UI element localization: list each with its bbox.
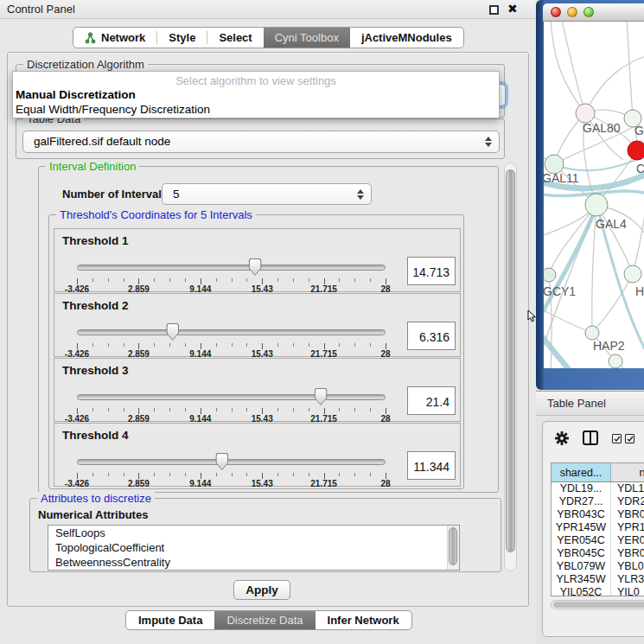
number-of-intervals-combobox[interactable]: 5 bbox=[162, 183, 372, 205]
slider-tick bbox=[262, 473, 263, 479]
list-item-selfloops[interactable]: SelfLoops bbox=[48, 526, 459, 540]
close-icon[interactable]: ✖ bbox=[507, 2, 518, 16]
slider-tick bbox=[216, 278, 217, 282]
threshold-2-slider-handle[interactable] bbox=[166, 323, 179, 341]
slider-track[interactable] bbox=[77, 459, 386, 465]
table-row[interactable]: YBL079WYBL0 bbox=[552, 560, 644, 573]
minimize-window-icon[interactable] bbox=[567, 7, 577, 17]
columns-icon[interactable] bbox=[583, 430, 598, 445]
table-row[interactable]: YDR27...YDR2 bbox=[552, 495, 644, 508]
table-row[interactable]: YBR043CYBR0 bbox=[552, 508, 644, 521]
close-window-icon[interactable] bbox=[551, 7, 561, 17]
settings-scrollbar[interactable] bbox=[504, 163, 517, 571]
network-node-gal80[interactable] bbox=[576, 104, 595, 123]
threshold-1-value-field[interactable]: 14.713 bbox=[407, 257, 456, 285]
spinner-icon bbox=[357, 184, 364, 204]
list-item-topologicalcoefficient[interactable]: TopologicalCoefficient bbox=[48, 540, 459, 555]
cell[interactable]: YDL19... bbox=[552, 482, 611, 495]
table-row[interactable]: YBR045CYBR0 bbox=[552, 547, 644, 560]
network-node-bottom[interactable] bbox=[609, 354, 622, 368]
cell[interactable]: YBL0 bbox=[611, 560, 644, 573]
cell[interactable]: YER054C bbox=[552, 534, 611, 547]
threshold-3-slider-handle[interactable] bbox=[315, 388, 328, 405]
cell[interactable]: YDR27... bbox=[552, 495, 611, 508]
network-canvas[interactable]: GAL80GACGAL11GAL4GCY1HHAP2 bbox=[544, 22, 644, 368]
threshold-4-slider[interactable] bbox=[77, 453, 386, 472]
slider-track[interactable] bbox=[77, 329, 386, 335]
network-node-hap2[interactable] bbox=[585, 326, 599, 340]
cell[interactable]: YBL079W bbox=[552, 560, 611, 573]
threshold-4-slider-handle[interactable] bbox=[215, 453, 228, 470]
spinner-icon bbox=[485, 131, 492, 152]
threshold-4-value-field[interactable]: 11.344 bbox=[407, 451, 456, 480]
network-node-h[interactable] bbox=[624, 265, 641, 283]
network-window-titlebar[interactable] bbox=[543, 3, 644, 22]
cell[interactable]: YIL052C bbox=[552, 586, 611, 596]
threshold-1-slider-handle[interactable] bbox=[249, 258, 262, 276]
table-horizontal-scrollbar[interactable] bbox=[551, 600, 644, 609]
tab-select[interactable]: Select bbox=[207, 28, 263, 48]
threshold-1-slider[interactable] bbox=[77, 258, 386, 277]
checkbox-icon[interactable] bbox=[612, 434, 622, 443]
dropdown-option-manual-discretization[interactable]: Manual Discretization bbox=[13, 87, 499, 102]
table-row[interactable]: YPR145WYPR1 bbox=[552, 521, 644, 534]
tab-jactivemnodules[interactable]: jActiveMNodules bbox=[350, 28, 463, 48]
slider-track[interactable] bbox=[77, 394, 386, 400]
network-node-gcy1[interactable] bbox=[544, 268, 556, 282]
zoom-window-icon[interactable] bbox=[583, 7, 594, 17]
table-row[interactable]: YLR345WYLR3 bbox=[552, 573, 644, 586]
tab-discretize-data[interactable]: Discretize Data bbox=[214, 611, 315, 629]
checkbox-icon[interactable] bbox=[625, 434, 634, 443]
table-row[interactable]: YDL19...YDL1 bbox=[552, 482, 644, 495]
slider-tick bbox=[138, 473, 139, 479]
cell[interactable]: YBR045C bbox=[552, 547, 611, 560]
tab-network[interactable]: Network bbox=[73, 28, 156, 48]
column-header-name[interactable]: na bbox=[611, 463, 644, 481]
gear-icon[interactable] bbox=[553, 430, 571, 447]
cell[interactable]: YBR043C bbox=[552, 508, 611, 521]
float-window-icon[interactable] bbox=[489, 5, 499, 15]
slider-tick bbox=[92, 278, 93, 282]
settings-scrollbar-thumb[interactable] bbox=[506, 169, 515, 552]
cell[interactable]: YDR2 bbox=[611, 495, 644, 508]
table-row[interactable]: YIL052CYIL0 bbox=[552, 586, 644, 596]
tab-impute-data[interactable]: Impute Data bbox=[126, 611, 214, 629]
table-data-combobox[interactable]: galFiltered.sif default node bbox=[22, 131, 500, 153]
cell[interactable]: YBR0 bbox=[611, 508, 644, 521]
threshold-3-value-field[interactable]: 21.4 bbox=[407, 386, 456, 415]
table-horizontal-scrollbar-thumb[interactable] bbox=[553, 602, 644, 608]
slider-tick bbox=[124, 473, 124, 476]
slider-track[interactable] bbox=[77, 265, 386, 271]
attributes-scrollbar-thumb[interactable] bbox=[449, 527, 457, 565]
slider-tick bbox=[232, 408, 233, 411]
tab-style[interactable]: Style bbox=[157, 28, 207, 48]
threshold-3-slider[interactable] bbox=[77, 388, 386, 407]
slider-tick bbox=[277, 473, 278, 476]
cell[interactable]: YLR3 bbox=[611, 573, 644, 586]
network-node-gal4[interactable] bbox=[585, 194, 608, 216]
tab-cyni-toolbox[interactable]: Cyni Toolbox bbox=[264, 28, 350, 48]
table-row[interactable]: YER054CYER0 bbox=[552, 534, 644, 547]
cell[interactable]: YPR145W bbox=[552, 521, 611, 534]
apply-button[interactable]: Apply bbox=[233, 580, 290, 600]
cell[interactable]: YLR345W bbox=[552, 573, 611, 586]
cell[interactable]: YER0 bbox=[611, 534, 644, 547]
threshold-2-slider[interactable] bbox=[77, 323, 386, 342]
tab-infer-network[interactable]: Infer Network bbox=[316, 611, 411, 629]
slider-tick bbox=[324, 408, 325, 414]
network-graph[interactable]: GAL80GACGAL11GAL4GCY1HHAP2 bbox=[544, 22, 644, 368]
app-root: Control Panel ✖ Network Style Select Cyn… bbox=[0, 0, 644, 644]
list-item-betweennesscentrality[interactable]: BetweennessCentrality bbox=[48, 555, 459, 570]
threshold-2-value-field[interactable]: 6.316 bbox=[407, 322, 456, 350]
slider-tick bbox=[277, 278, 278, 282]
column-header-shared-name[interactable]: shared... bbox=[552, 463, 611, 481]
cell[interactable]: YPR1 bbox=[611, 521, 644, 534]
attributes-scrollbar[interactable] bbox=[447, 526, 459, 570]
dropdown-option-equal-width-frequency[interactable]: Equal Width/Frequency Discretization bbox=[13, 102, 499, 117]
cell[interactable]: YDL1 bbox=[611, 482, 644, 495]
numerical-attributes-list[interactable]: SelfLoops TopologicalCoefficient Between… bbox=[48, 525, 460, 571]
network-node-red[interactable] bbox=[628, 141, 644, 160]
slider-tick bbox=[77, 343, 78, 349]
cell[interactable]: YBR0 bbox=[611, 547, 644, 560]
cell[interactable]: YIL0 bbox=[611, 586, 644, 596]
